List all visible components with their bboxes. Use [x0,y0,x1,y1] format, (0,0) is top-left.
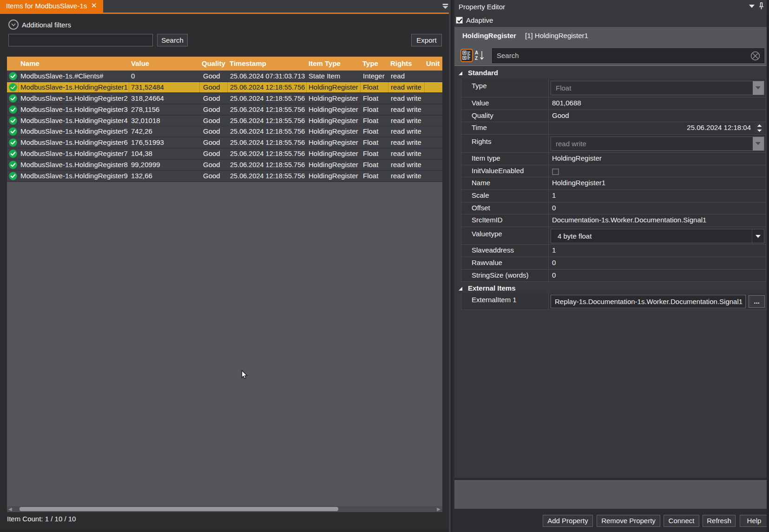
svg-text:A: A [475,50,478,55]
svg-text:Z: Z [475,56,478,61]
